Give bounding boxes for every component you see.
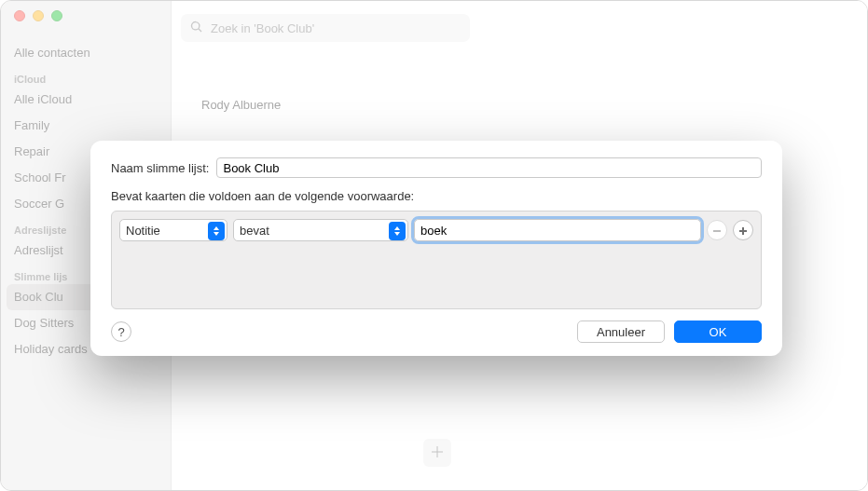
sidebar-item-all-icloud[interactable]: Alle iCloud bbox=[1, 87, 171, 113]
rule-operator-value: bevat bbox=[240, 224, 269, 238]
add-rule-button[interactable] bbox=[733, 220, 753, 240]
plus-icon bbox=[430, 444, 445, 462]
rule-row: Notitie bevat bbox=[119, 219, 753, 241]
smart-list-dialog: Naam slimme lijst: Bevat kaarten die vol… bbox=[90, 141, 782, 356]
contact-row[interactable]: Rody Albuerne bbox=[201, 98, 281, 112]
sidebar-item-all-contacts[interactable]: Alle contacten bbox=[1, 40, 171, 66]
sidebar-header-icloud: iCloud bbox=[1, 66, 171, 87]
rule-field-select[interactable]: Notitie bbox=[119, 219, 227, 241]
ok-button[interactable]: OK bbox=[674, 321, 762, 343]
window-zoom-button[interactable] bbox=[51, 10, 62, 21]
add-contact-button[interactable] bbox=[423, 439, 451, 467]
sidebar-item-family[interactable]: Family bbox=[1, 113, 171, 139]
search-icon bbox=[190, 20, 203, 36]
search-input[interactable]: Zoek in 'Book Club' bbox=[181, 14, 470, 42]
remove-rule-button[interactable] bbox=[707, 220, 727, 240]
help-button[interactable]: ? bbox=[111, 321, 131, 342]
smart-list-name-input[interactable] bbox=[216, 157, 762, 178]
rule-field-value: Notitie bbox=[126, 224, 160, 238]
window-close-button[interactable] bbox=[14, 10, 25, 21]
minus-icon bbox=[712, 224, 722, 238]
plus-icon bbox=[738, 224, 748, 238]
window-minimize-button[interactable] bbox=[33, 10, 44, 21]
smart-list-name-label: Naam slimme lijst: bbox=[111, 161, 209, 175]
select-arrows-icon bbox=[208, 222, 225, 240]
select-arrows-icon bbox=[389, 222, 406, 240]
window-traffic-lights bbox=[14, 10, 62, 21]
search-placeholder: Zoek in 'Book Club' bbox=[211, 21, 314, 35]
cancel-button[interactable]: Annuleer bbox=[577, 321, 665, 343]
conditions-label: Bevat kaarten die voldoen aan de volgend… bbox=[111, 189, 762, 203]
app-window: Alle contacten iCloud Alle iCloud Family… bbox=[0, 0, 868, 491]
rules-container: Notitie bevat bbox=[111, 211, 762, 309]
rule-operator-select[interactable]: bevat bbox=[233, 219, 408, 241]
rule-value-input[interactable] bbox=[414, 219, 701, 241]
